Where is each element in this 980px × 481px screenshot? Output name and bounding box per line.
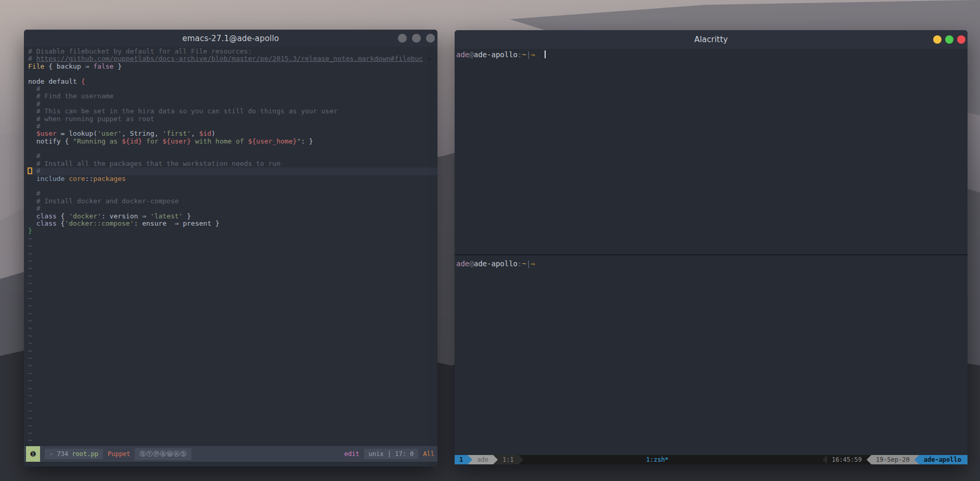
minimize-button[interactable] [398, 34, 407, 43]
empty-line-marker: ~ [28, 332, 437, 340]
emacs-titlebar[interactable]: emacs-27.1@ade-apollo [24, 30, 437, 47]
empty-line-marker: ~ [28, 257, 437, 265]
clock: 16:45:59 [827, 455, 867, 464]
empty-line-marker: ~ [28, 317, 437, 324]
code-line: # Find the username [28, 93, 437, 100]
code-line: # [28, 152, 437, 160]
emacs-buffer[interactable]: # Disable filebucket by default for all … [24, 47, 437, 446]
buffer-filename: root.pp [72, 450, 98, 458]
modified-indicator: - [49, 450, 53, 458]
emacs-cursor [28, 167, 32, 174]
code-line: class {'docker::compose': ensure ⇒ prese… [28, 220, 437, 227]
line-truncation-arrow-icon: → [427, 55, 431, 62]
empty-line-marker: ~ [28, 295, 437, 302]
code-line: class { 'docker': version ⇒ 'latest' } [28, 213, 437, 220]
powerline-chevron-icon [468, 455, 472, 464]
buffer-size: 734 [57, 450, 68, 458]
empty-line-marker: ~ [28, 355, 437, 362]
code-line: # https://github.com/puppetlabs/docs-arc… [28, 55, 437, 62]
code-line: include core::packages [28, 175, 437, 183]
emacs-window-title: emacs-27.1@ade-apollo [183, 34, 279, 43]
alacritty-window: Alacritty ade@ade-apollo:~|⇒ ade@ade-apo… [455, 30, 968, 464]
empty-line-marker: ~ [28, 340, 437, 347]
empty-line-marker: ~ [28, 414, 437, 422]
code-line [28, 183, 437, 190]
empty-line-marker: ~ [28, 385, 437, 392]
empty-line-marker: ~ [28, 377, 437, 384]
code-line: # [28, 100, 437, 108]
window-number-badge: ❶ [26, 446, 40, 462]
empty-line-marker: ~ [28, 280, 437, 287]
code-line: node default { [28, 78, 437, 85]
empty-line-marker: ~ [28, 250, 437, 257]
code-line [28, 145, 437, 152]
window-controls [933, 30, 965, 49]
powerline-chevron-icon [822, 455, 827, 464]
tmux-active-window[interactable]: 1:zsh* [646, 455, 668, 464]
statusbar-spacer [523, 455, 822, 464]
emacs-echo-area [24, 462, 437, 466]
tmux-pane-label: 1:1 [498, 455, 519, 464]
encoding-position: unix | 17: 0 [364, 449, 419, 459]
shell-prompt: ade@ade-apollo:~|⇒ [456, 50, 968, 59]
empty-line-marker: ~ [28, 362, 437, 369]
code-line: # [28, 123, 437, 130]
close-button[interactable] [957, 35, 965, 44]
alacritty-titlebar[interactable]: Alacritty [455, 30, 968, 49]
empty-line-marker: ~ [28, 437, 437, 444]
maximize-button[interactable] [412, 34, 421, 43]
tmux-session-index[interactable]: 1 [455, 455, 468, 464]
code-line: $user = lookup('user', String, 'first', … [28, 130, 437, 137]
desktop: emacs-27.1@ade-apollo # Disable filebuck… [0, 0, 980, 481]
minor-mode-icons: ⓈⓎⓅⓐⓌⓀⓈ [135, 448, 191, 460]
powerline-chevron-icon [519, 455, 523, 464]
empty-line-marker: ~ [28, 422, 437, 430]
empty-line-marker: ~ [28, 347, 437, 355]
code-line: File { backup ⇒ false } [28, 63, 437, 70]
code-line: notify { "Running as ${id} for ${user} w… [28, 138, 437, 145]
code-line: # [28, 85, 437, 93]
tmux-status-bar: 1 ade 1:1 1:zsh* 16:45:59 19-Sep-20 ade-… [455, 455, 968, 464]
empty-line-marker: ~ [28, 370, 437, 377]
editing-state: edit [344, 450, 359, 458]
code-line: # This can be set in the hira data so yo… [28, 108, 437, 115]
code-line: # Install docker and docker-compose [28, 198, 437, 205]
scroll-position: All [423, 450, 434, 458]
major-mode-label[interactable]: Puppet [108, 450, 130, 458]
minimize-button[interactable] [933, 35, 942, 44]
powerline-chevron-icon [867, 455, 871, 464]
empty-line-marker: ~ [28, 392, 437, 399]
empty-line-marker: ~ [28, 302, 437, 309]
alacritty-window-title: Alacritty [694, 35, 728, 44]
empty-line-marker: ~ [28, 265, 437, 272]
empty-line-marker: ~ [28, 288, 437, 295]
code-line: # Install all the packages that the work… [28, 160, 437, 167]
empty-line-marker: ~ [28, 324, 437, 332]
tmux-pane-bottom[interactable]: ade@ade-apollo:~|⇒ [455, 255, 968, 455]
empty-line-marker: ~ [28, 235, 437, 242]
code-line: # [28, 190, 437, 197]
terminal-content: ade@ade-apollo:~|⇒ ade@ade-apollo:~|⇒ [455, 49, 968, 455]
empty-line-marker: ~ [28, 430, 437, 437]
code-line: } [28, 227, 437, 235]
code-line [28, 70, 437, 77]
empty-line-marker: ~ [28, 407, 437, 414]
maximize-button[interactable] [945, 35, 953, 44]
empty-line-marker: ~ [28, 272, 437, 280]
emacs-titlebar-buttons [398, 30, 435, 47]
terminal-cursor [545, 50, 546, 58]
hostname: ade-apollo [919, 455, 968, 464]
code-line: # [28, 167, 437, 175]
shell-prompt: ade@ade-apollo:~|⇒ [456, 259, 968, 268]
code-line: # when running puppet as root [28, 115, 437, 123]
powerline-chevron-icon [493, 455, 498, 464]
date: 19-Sep-20 [871, 455, 914, 464]
tmux-pane-top[interactable]: ade@ade-apollo:~|⇒ [455, 49, 968, 254]
emacs-modeline: ❶ - 734 root.pp Puppet ⓈⓎⓅⓐⓌⓀⓈ edit unix… [24, 446, 437, 462]
powerline-chevron-icon [914, 455, 919, 464]
code-line: # Disable filebucket by default for all … [28, 48, 437, 55]
tmux-user: ade [472, 455, 493, 464]
close-button[interactable] [426, 34, 435, 43]
emacs-window: emacs-27.1@ade-apollo # Disable filebuck… [24, 30, 437, 466]
buffer-info: - 734 root.pp [45, 449, 103, 459]
